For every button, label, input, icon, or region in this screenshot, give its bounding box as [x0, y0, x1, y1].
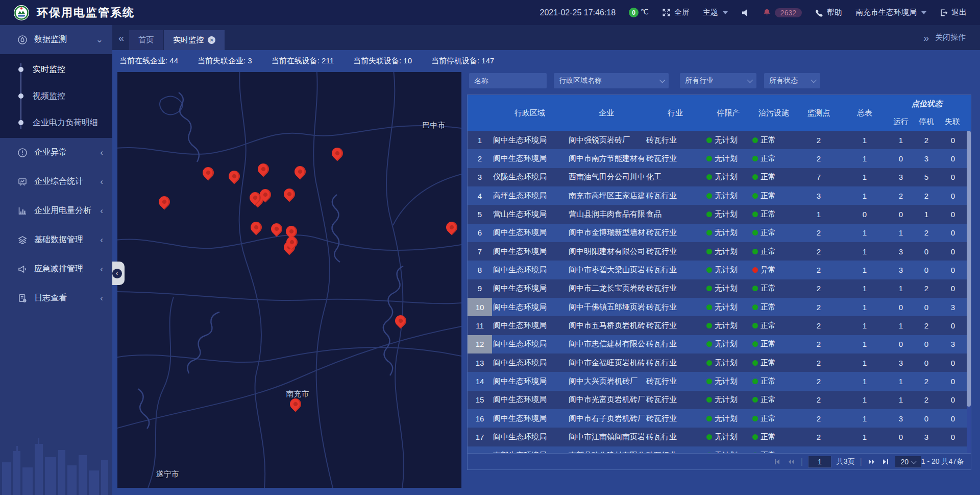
sidebar-item-video-monitor[interactable]: 视频监控: [0, 83, 112, 109]
company-cell: 南充市高坪区王家店建: [568, 191, 645, 201]
region-cell: 阆中生态环境局: [492, 395, 568, 405]
fullscreen-button[interactable]: 全屏: [662, 8, 690, 17]
industry-cell: 砖瓦行业: [645, 414, 705, 423]
sidebar-item-emergency-reduction[interactable]: 应急减排管理‹: [0, 254, 112, 284]
table-row[interactable]: 8阆中生态环境局阆中市枣碧大梁山页岩砖瓦行业无计划异常21300: [468, 261, 971, 279]
close-operations-dropdown[interactable]: » 关闭操作: [923, 33, 966, 43]
sidebar-item-power-load-detail[interactable]: 企业电力负荷明细: [0, 109, 112, 136]
table-row[interactable]: 2阆中生态环境局阆中市南方节能建材有砖瓦行业无计划正常21030: [468, 149, 971, 168]
running-cell: 0: [888, 340, 914, 348]
halted-cell: 2: [914, 228, 939, 237]
table-row[interactable]: 7阆中生态环境局阆中明阳建材有限公司砖瓦行业无计划正常21300: [468, 242, 971, 261]
table-row[interactable]: 3仪陇生态环境局西南油气田分公司川中化工无计划正常71350: [468, 168, 971, 186]
table-row[interactable]: 4高坪生态环境局南充市高坪区王家店建砖瓦行业无计划正常31220: [468, 186, 971, 205]
sidebar-item-base-data[interactable]: 基础数据管理‹: [0, 225, 112, 254]
tab-home[interactable]: 首页: [129, 30, 163, 50]
table-row[interactable]: 13阆中生态环境局阆中市金福旺页岩机砖砖瓦行业无计划正常21300: [468, 353, 971, 372]
lost-cell: 0: [939, 377, 971, 386]
running-cell: 3: [888, 247, 914, 256]
chevron-left-icon: ‹: [100, 206, 103, 216]
table-row[interactable]: 1阆中生态环境局阆中强锐页岩砖厂砖瓦行业无计划正常21120: [468, 131, 971, 149]
running-cell: 0: [888, 303, 914, 312]
help-button[interactable]: 帮助: [815, 8, 842, 17]
status-dot-icon: [752, 174, 758, 180]
sidebar-item-label: 基础数据管理: [34, 234, 83, 245]
table-row[interactable]: 10阆中生态环境局阆中千佛镇五郎垭页岩砖瓦行业无计划正常21003: [468, 298, 971, 316]
industry-cell: 砖瓦行业: [645, 339, 705, 349]
lost-cell: 0: [939, 154, 971, 163]
org-dropdown[interactable]: 南充市生态环境局: [855, 8, 926, 17]
company-cell: 阆中市忠信建材有限公: [568, 339, 645, 349]
table-row[interactable]: 12阆中生态环境局阆中市忠信建材有限公砖瓦行业无计划正常21003: [468, 335, 971, 353]
app-header: 环保用电监管系统 2021-02-25 17:46:18 0 ℃ 全屏 主题: [0, 0, 980, 25]
company-cell: 阆中大兴页岩机砖厂: [568, 376, 645, 386]
close-icon[interactable]: ✕: [208, 36, 215, 44]
table-row[interactable]: 16阆中生态环境局阆中市石子页岩机砖厂砖瓦行业无计划正常21300: [468, 409, 971, 428]
status-dot-icon: [752, 267, 758, 273]
temperature: 0 ℃: [629, 8, 649, 17]
industry-cell: 砖瓦行业: [645, 284, 705, 293]
row-number-cell: 16: [468, 409, 492, 428]
row-number-cell: 12: [468, 335, 492, 353]
first-page-button[interactable]: [773, 458, 781, 466]
region-cell: 阆中生态环境局: [492, 302, 568, 312]
prev-page-button[interactable]: [787, 458, 796, 466]
stat-item: 当前停机设备: 147: [431, 56, 494, 66]
sidebar-submenu: 实时监控视频监控企业电力负荷明细: [0, 54, 112, 138]
sub-column-header: 失联: [939, 112, 971, 131]
sidebar-item-realtime-monitor[interactable]: 实时监控: [0, 56, 112, 83]
table-row[interactable]: 5营山生态环境局营山县润丰肉食品有限食品无计划正常10010: [468, 205, 971, 223]
pollution-facility-cell: 正常: [751, 191, 796, 201]
stop-limit-cell: 无计划: [705, 209, 751, 219]
table-row[interactable]: 11阆中生态环境局阆中市五马桥页岩机砖砖瓦行业无计划正常21120: [468, 316, 971, 335]
column-header: 行业: [645, 95, 705, 131]
table-row[interactable]: 6阆中生态环境局阆中市金博瑞新型墙材砖瓦行业无计划正常21120: [468, 224, 971, 242]
halted-cell: 0: [914, 303, 939, 312]
table-row[interactable]: 14阆中生态环境局阆中大兴页岩机砖厂砖瓦行业无计划正常21120: [468, 372, 971, 390]
halted-cell: 2: [914, 377, 939, 386]
stop-limit-cell: 无计划: [705, 228, 751, 238]
status-dot-icon: [706, 397, 712, 403]
sidebar-item-enterprise-stats[interactable]: 企业综合统计‹: [0, 167, 112, 196]
monitor-points-cell: 7: [796, 173, 841, 181]
tab-realtime-monitor[interactable]: 实时监控✕: [164, 30, 225, 50]
table-row[interactable]: 17阆中生态环境局阆中市江南镇阆南页岩砖瓦行业无计划正常21030: [468, 428, 971, 446]
table-row[interactable]: 9阆中生态环境局阆中市二龙长宝页岩砖砖瓦行业无计划正常21120: [468, 279, 971, 298]
next-page-button[interactable]: [867, 458, 876, 466]
map-canvas[interactable]: 巴中市南充市遂宁市: [117, 72, 461, 488]
monitor-points-cell: 2: [796, 321, 841, 330]
status-dot-icon: [752, 323, 758, 328]
monitor-points-cell: 2: [796, 284, 841, 293]
status-filter-select[interactable]: 所有状态: [764, 73, 820, 88]
sidebar-item-power-analysis[interactable]: 企业用电量分析‹: [0, 196, 112, 225]
pollution-facility-cell: 异常: [751, 265, 796, 275]
sidebar-item-label: 数据监测: [34, 34, 67, 45]
total-meter-cell: 1: [841, 192, 888, 200]
running-cell: 3: [888, 266, 914, 274]
layers-icon: [17, 235, 28, 245]
sidebar-item-enterprise-abnormal[interactable]: 企业异常‹: [0, 138, 112, 167]
stop-limit-cell: 无计划: [705, 302, 751, 312]
scrollbar-thumb[interactable]: [967, 131, 971, 407]
page-size-select[interactable]: 20: [895, 456, 921, 468]
status-dot-icon: [706, 434, 712, 440]
stop-limit-cell: 无计划: [705, 321, 751, 331]
mute-button[interactable]: [741, 9, 749, 17]
region-filter-select[interactable]: 行政区域名称: [554, 73, 669, 88]
logout-button[interactable]: 退出: [940, 8, 967, 17]
tabs-scroll-left-button[interactable]: «: [118, 33, 124, 43]
sidebar-item-data-monitor[interactable]: 数据监测⌄: [0, 25, 112, 54]
lost-cell: 0: [939, 173, 971, 181]
status-dot-icon: [706, 249, 712, 254]
pollution-facility-cell: 正常: [751, 358, 796, 368]
notifications-button[interactable]: 2632: [763, 8, 802, 17]
page-number-input[interactable]: 1: [808, 456, 831, 468]
last-page-button[interactable]: [881, 458, 890, 466]
row-number-cell: 7: [468, 242, 492, 261]
name-filter-input[interactable]: [469, 73, 547, 88]
theme-dropdown[interactable]: 主题: [703, 8, 728, 17]
sidebar-item-log-view[interactable]: 日志查看‹: [0, 284, 112, 313]
table-row[interactable]: 15阆中生态环境局阆中市光富页岩机砖厂砖瓦行业无计划正常21120: [468, 391, 971, 409]
status-dot-icon: [706, 193, 712, 199]
industry-filter-select[interactable]: 所有行业: [680, 73, 756, 88]
